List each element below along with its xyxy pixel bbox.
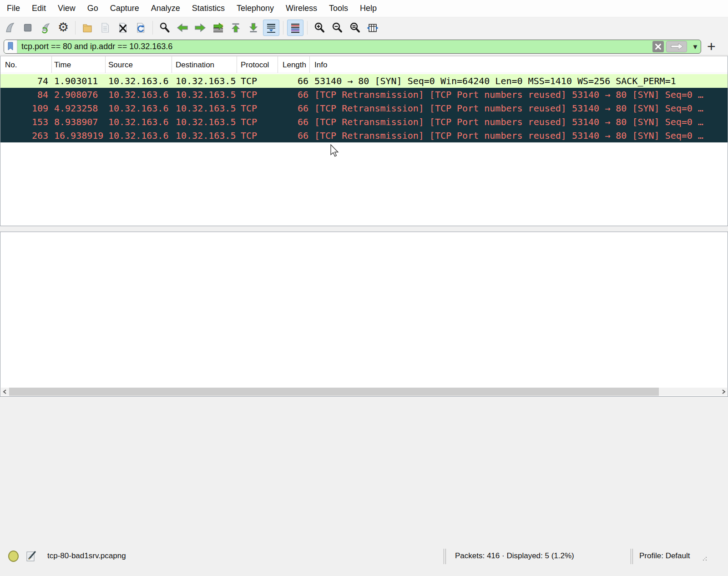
packet-rows: 74 1.903011 10.32.163.6 10.32.163.5 TCP … [0,74,728,142]
packet-row[interactable]: 263 16.938919 10.32.163.6 10.32.163.5 TC… [0,129,728,142]
stop-capture-button[interactable] [20,20,36,36]
toolbar-separator [307,21,308,35]
status-bar: tcp-80-bad1srv.pcapng Packets: 416 · Dis… [0,546,728,568]
menu-item[interactable]: Edit [26,4,52,13]
colorize-button[interactable] [287,20,303,36]
reload-file-button[interactable] [132,20,149,36]
toolbar-separator [75,21,76,35]
statusbar-separator [631,549,633,564]
menu-item[interactable]: Analyze [145,4,186,13]
column-header-no[interactable]: No. [0,56,52,73]
scroll-left-button[interactable] [1,388,9,396]
search-icon [159,22,171,34]
packet-row[interactable]: 84 2.908076 10.32.163.6 10.32.163.5 TCP … [0,88,728,101]
menu-item[interactable]: Telephony [231,4,280,13]
statusbar-separator [444,549,446,564]
column-header-info[interactable]: Info [310,56,728,73]
menu-item[interactable]: Wireless [280,4,323,13]
capture-comment-button[interactable] [25,550,37,565]
go-forward-button[interactable] [192,20,208,36]
auto-scroll-button[interactable] [263,20,279,36]
folder-icon [81,22,93,34]
packet-details-pane [0,232,728,397]
resize-grip[interactable] [703,560,704,561]
bookmark-icon [7,42,14,51]
chevron-left-icon [2,389,8,394]
go-back-button[interactable] [174,20,191,36]
packet-counts: Packets: 416 · Displayed: 5 (1.2%) [455,551,574,561]
comment-pencil-icon [25,550,37,563]
apply-filter-button[interactable] [666,41,687,52]
packet-row[interactable]: 153 8.938907 10.32.163.6 10.32.163.5 TCP… [0,115,728,129]
reload-icon [135,22,147,34]
display-filter-input[interactable]: tcp.port == 80 and ip.addr == 10.32.163.… [17,42,652,51]
resize-columns-icon [366,22,379,34]
colorize-icon [289,22,301,34]
menu-item[interactable]: Go [81,4,104,13]
column-header-destination[interactable]: Destination [172,56,237,73]
packet-row[interactable]: 109 4.923258 10.32.163.6 10.32.163.5 TCP… [0,101,728,115]
zoom-in-button[interactable] [311,20,328,36]
go-last-packet-button[interactable] [245,20,262,36]
go-first-packet-button[interactable] [228,20,244,36]
filter-dropdown-button[interactable]: ▼ [690,43,701,51]
restart-capture-button[interactable] [37,20,54,36]
packet-list-header: No. Time Source Destination Protocol Len… [0,56,728,73]
zoom-in-icon [313,22,325,34]
menubar: FileEditViewGoCaptureAnalyzeStatisticsTe… [0,0,728,17]
goto-packet-icon [212,22,224,34]
clear-x-icon [655,43,662,50]
filter-bar: tcp.port == 80 and ip.addr == 10.32.163.… [0,38,728,56]
shark-fin-icon [4,22,16,34]
column-header-time[interactable]: Time [52,56,106,73]
arrow-up-icon [230,22,242,34]
main-toolbar: ⚙ [0,17,728,38]
menu-item[interactable]: Help [354,4,383,13]
capture-filename[interactable]: tcp-80-bad1srv.pcapng [47,551,126,561]
open-file-button[interactable] [79,20,96,36]
column-header-source[interactable]: Source [106,56,172,73]
horizontal-scrollbar[interactable] [1,388,727,396]
zoom-reset-button[interactable] [347,20,363,36]
arrow-right-icon [194,22,207,34]
column-header-length[interactable]: Length [278,56,310,73]
start-capture-button[interactable] [2,20,18,36]
menu-item[interactable]: View [52,4,81,13]
zoom-reset-icon [349,22,361,34]
clear-filter-button[interactable] [652,41,664,52]
go-to-packet-button[interactable] [210,20,226,36]
resize-columns-button[interactable] [364,20,381,36]
capture-options-button[interactable]: ⚙ [55,20,71,36]
toolbar-separator [283,21,283,35]
menu-item[interactable]: Statistics [186,4,231,13]
close-file-icon [117,22,129,34]
toolbar-separator [152,21,153,35]
menu-item[interactable]: File [1,4,26,13]
arrow-left-icon [176,22,189,34]
column-header-protocol[interactable]: Protocol [237,56,278,73]
save-file-button[interactable] [97,20,113,36]
expert-info-icon[interactable] [8,551,19,562]
close-file-button[interactable] [115,20,131,36]
menu-item[interactable]: Capture [104,4,145,13]
stop-square-icon [22,22,34,34]
add-filter-button[interactable]: + [707,39,716,54]
zoom-out-button[interactable] [329,20,345,36]
restart-fin-icon [40,22,51,34]
display-filter-box: tcp.port == 80 and ip.addr == 10.32.163.… [4,40,701,54]
save-file-icon [99,22,111,34]
packet-row[interactable]: 74 1.903011 10.32.163.6 10.32.163.5 TCP … [0,74,728,88]
auto-scroll-icon [265,22,277,34]
menu-item[interactable]: Tools [323,4,354,13]
packet-list-pane: No. Time Source Destination Protocol Len… [0,56,728,226]
gear-icon: ⚙ [58,21,69,34]
arrow-down-icon [248,22,259,34]
zoom-out-icon [331,22,343,34]
chevron-right-icon [721,389,726,394]
filter-bookmark-button[interactable] [4,40,17,53]
profile-selector[interactable]: Profile: Default [639,551,690,561]
scrollbar-thumb[interactable] [9,388,659,396]
find-packet-button[interactable] [157,20,173,36]
apply-arrow-icon [669,43,684,50]
scroll-right-button[interactable] [719,388,727,396]
